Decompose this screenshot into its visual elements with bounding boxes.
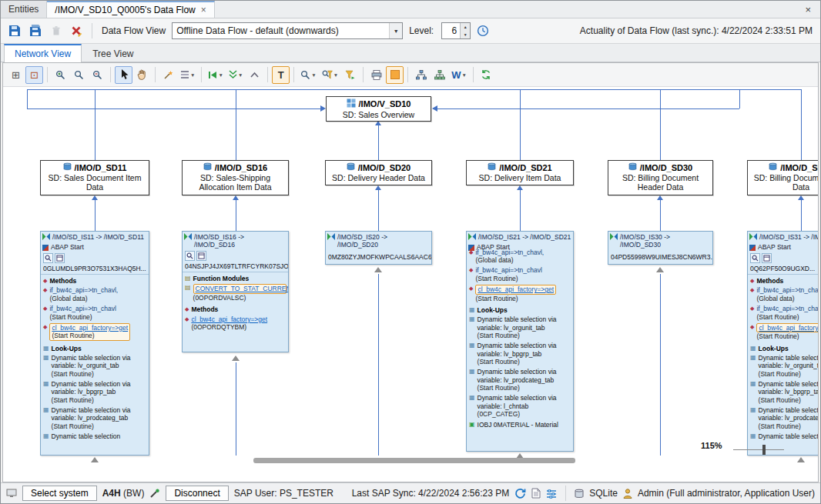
detail-window-icon[interactable] — [196, 251, 206, 261]
orange-square-icon — [390, 70, 400, 79]
transform-node-is21[interactable]: /IMO/SD_IS21 -> /IMO/D_SD21 ABAP Start ◆… — [466, 231, 574, 452]
node-dso[interactable]: /IMO/D_SD31 SD: Billing Document Item Da… — [747, 160, 818, 195]
magnifier-icon[interactable] — [750, 253, 760, 263]
connector-line — [27, 89, 28, 108]
tab-tree-view[interactable]: Tree View — [82, 45, 144, 62]
zoom-100-icon[interactable] — [70, 66, 88, 84]
more-content-arrow[interactable] — [374, 267, 382, 272]
node-dso[interactable]: /IMO/D_SD16 SD: Sales-Shipping Allocatio… — [182, 160, 289, 195]
more-content-arrow[interactable] — [797, 457, 805, 462]
level-down-icon[interactable]: ▼ — [461, 31, 470, 38]
status-bar: Select system A4H (BW) Disconnect SAP Us… — [1, 482, 820, 503]
chevron-down-icon[interactable]: ▼ — [389, 23, 402, 38]
word-export-icon[interactable]: W▼ — [449, 66, 469, 84]
expand-all-icon[interactable]: ▼ — [226, 66, 245, 84]
pointer-icon[interactable] — [115, 66, 132, 84]
zoom-in-icon[interactable] — [52, 66, 69, 84]
discard-changes-icon[interactable] — [68, 22, 85, 40]
transform-node-is16[interactable]: /IMO/SD_IS16 -> /IMO/D_SD16 04NSJPJ4JX69… — [182, 231, 289, 352]
search-icon[interactable]: ▼ — [298, 66, 318, 84]
level-up-icon[interactable]: ▲ — [461, 23, 470, 31]
nav-first-icon[interactable]: ▼ — [206, 66, 225, 84]
tab-network-view[interactable]: Network View — [4, 44, 82, 62]
refresh-icon[interactable] — [478, 66, 495, 84]
arrowhead — [432, 105, 437, 112]
lookup-item: ▦Dynamic table selection via variable: l… — [467, 393, 573, 419]
transform-node-is11[interactable]: /IMO/SD_IS11 -> /IMO/D_SD11 ABAP Start 0… — [40, 231, 149, 456]
cleanup-layout-icon[interactable] — [159, 66, 177, 84]
method-link[interactable]: cl_bw4c_api_factory=>get — [52, 324, 128, 332]
system-type: (BW) — [123, 488, 144, 499]
grid-icon[interactable]: ⊞ — [7, 66, 25, 84]
text-tool-icon[interactable]: T — [272, 66, 290, 84]
network-canvas[interactable]: /IMO/V_SD10 SD: Sales Overview /IMO/D_SD… — [3, 87, 818, 482]
infoobject-icon: ▣ — [469, 421, 475, 429]
toolbar-separator — [92, 23, 92, 38]
level-stepper[interactable]: 6 ▲ ▼ — [441, 22, 471, 39]
sync-clock-icon[interactable] — [474, 22, 491, 40]
tab-close-icon[interactable]: × — [201, 5, 206, 15]
lookup-item: ▦Dynamic table selection — [748, 432, 818, 442]
snap-grid-icon[interactable]: ⊡ — [25, 66, 43, 84]
tab-dataflow[interactable]: /IMO/V_SD10_Q0005's Data Flow × — [47, 1, 214, 18]
transform-node-is30[interactable]: /IMO/SD_IS30 -> /IMO/D_SD30 04PD55998W9U… — [608, 231, 713, 265]
disconnect-button[interactable]: Disconnect — [166, 486, 228, 501]
pane-close-icon[interactable]: × — [796, 1, 820, 18]
layout-options-icon[interactable]: ▼ — [178, 66, 197, 84]
collapse-all-icon[interactable] — [246, 66, 263, 84]
network-map-icon[interactable] — [431, 66, 448, 84]
sap-user-text: SAP User: PS_TESTER — [234, 488, 333, 499]
magnifier-icon[interactable] — [43, 253, 53, 263]
save-icon[interactable] — [5, 22, 23, 40]
node-dso[interactable]: /IMO/D_SD20 SD: Delivery Header Data — [325, 160, 432, 185]
node-name: /IMO/D_SD11 — [75, 163, 127, 173]
function-module-link[interactable]: CONVERT_TO_STAT_CURRENCY — [196, 285, 284, 292]
program-hash: 0GLUMDL9PR3O7531X3HAQ5H... — [41, 264, 149, 275]
horizontal-scrollbar-thumb[interactable] — [253, 458, 575, 463]
detail-window-icon[interactable] — [762, 253, 772, 263]
pan-hand-icon[interactable] — [133, 66, 151, 84]
compare-settings-icon[interactable] — [546, 489, 557, 499]
data-flow-view-dropdown[interactable]: Offline Data Flow - default (downwards) … — [172, 22, 403, 39]
search-filter-icon[interactable]: ▼ — [320, 66, 340, 84]
more-content-arrow[interactable] — [656, 267, 664, 272]
hierarchy-view-icon[interactable] — [412, 66, 430, 84]
highlight-region-icon[interactable] — [386, 66, 404, 84]
level-label: Level: — [409, 25, 434, 36]
select-system-button[interactable]: Select system — [22, 486, 97, 501]
lookup-item: ▦Dynamic table selection via variable: l… — [41, 406, 149, 432]
more-content-arrow[interactable] — [232, 355, 240, 361]
level-value[interactable]: 6 — [442, 23, 460, 38]
zoom-slider-thumb[interactable] — [762, 445, 766, 455]
node-name: /IMO/D_SD30 — [640, 163, 692, 173]
method-link[interactable]: cl_bw4c_api_factory=>get — [759, 324, 818, 332]
node-dso[interactable]: /IMO/D_SD21 SD: Delivery Item Data — [466, 160, 574, 185]
method-item: ◆cl_bw4c_api_factory=>get(Start Routine) — [467, 284, 573, 304]
magnifier-icon[interactable] — [185, 251, 195, 261]
method-icon: ◆ — [43, 305, 47, 312]
lookup-icon: ▦ — [750, 432, 756, 440]
log-document-icon[interactable] — [531, 488, 541, 499]
print-icon[interactable] — [367, 66, 385, 84]
transform-node-is31[interactable]: /IMO/SD_IS31 -> /IMO/D_SD31 ABAP Start 0… — [747, 231, 818, 456]
sync-refresh-icon[interactable] — [514, 488, 526, 499]
save-all-icon[interactable] — [26, 22, 44, 40]
method-link[interactable]: cl_bw4c_api_factory=>get — [478, 285, 554, 293]
tab-entities[interactable]: Entities — [1, 1, 47, 18]
transform-node-is20[interactable]: /IMO/SD_IS20 -> /IMO/D_SD20 0MZ80ZYJMOFK… — [325, 231, 432, 265]
more-content-arrow[interactable] — [91, 457, 99, 462]
program-hash: 04NSJPJ4JX69TLTRFCYRK07SJOB... — [183, 262, 288, 272]
zoom-slider-track[interactable] — [733, 449, 784, 450]
node-composite-provider[interactable]: /IMO/V_SD10 SD: Sales Overview — [326, 96, 431, 122]
detail-window-icon[interactable] — [55, 253, 65, 263]
document-tabbar: Entities /IMO/V_SD10_Q0005's Data Flow ×… — [1, 1, 820, 18]
node-dso[interactable]: /IMO/D_SD30 SD: Billing Document Header … — [608, 160, 713, 195]
apply-filter-icon[interactable] — [341, 66, 359, 84]
node-dso[interactable]: /IMO/D_SD11 SD: Sales Document Item Data — [40, 160, 149, 195]
zoom-out-icon[interactable] — [89, 66, 106, 84]
delete-icon[interactable] — [47, 22, 65, 40]
connector-line — [660, 199, 661, 231]
graph-panel: ⊞ ⊡ ▼ ▼ ▼ T ▼ ▼ — [2, 62, 819, 482]
method-link[interactable]: cl_bw4c_api_factory=>get — [191, 315, 287, 323]
connector-line — [378, 189, 379, 231]
